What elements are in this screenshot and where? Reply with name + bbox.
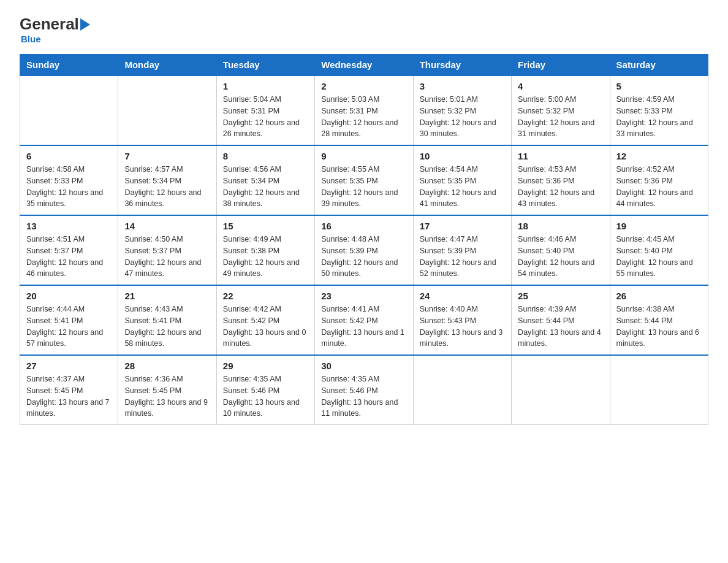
calendar-cell: 11Sunrise: 4:53 AMSunset: 5:36 PMDayligh… — [512, 145, 610, 215]
calendar-cell: 20Sunrise: 4:44 AMSunset: 5:41 PMDayligh… — [20, 285, 118, 355]
calendar-header: Sunday Monday Tuesday Wednesday Thursday… — [20, 55, 708, 76]
logo-arrow-icon — [80, 18, 90, 31]
day-info: Sunrise: 4:44 AMSunset: 5:41 PMDaylight:… — [26, 304, 112, 350]
calendar-week-row: 27Sunrise: 4:37 AMSunset: 5:45 PMDayligh… — [20, 355, 708, 425]
day-number: 24 — [420, 291, 505, 301]
calendar-week-row: 20Sunrise: 4:44 AMSunset: 5:41 PMDayligh… — [20, 285, 708, 355]
col-saturday: Saturday — [610, 55, 708, 76]
day-info: Sunrise: 4:37 AMSunset: 5:45 PMDaylight:… — [26, 373, 112, 419]
day-number: 2 — [321, 81, 406, 91]
day-info: Sunrise: 4:45 AMSunset: 5:40 PMDaylight:… — [616, 234, 702, 280]
calendar-cell: 16Sunrise: 4:48 AMSunset: 5:39 PMDayligh… — [315, 215, 413, 285]
day-info: Sunrise: 4:48 AMSunset: 5:39 PMDaylight:… — [321, 234, 406, 280]
col-monday: Monday — [118, 55, 216, 76]
calendar-cell: 10Sunrise: 4:54 AMSunset: 5:35 PMDayligh… — [413, 145, 511, 215]
logo-general-text: General — [20, 15, 79, 34]
day-number: 20 — [26, 291, 112, 301]
logo: General Blue — [20, 15, 90, 44]
day-info: Sunrise: 4:58 AMSunset: 5:33 PMDaylight:… — [26, 164, 112, 210]
calendar-cell: 3Sunrise: 5:01 AMSunset: 5:32 PMDaylight… — [413, 75, 511, 145]
day-info: Sunrise: 4:55 AMSunset: 5:35 PMDaylight:… — [321, 164, 406, 210]
day-number: 6 — [26, 151, 112, 161]
day-info: Sunrise: 4:39 AMSunset: 5:44 PMDaylight:… — [518, 304, 603, 350]
calendar-cell — [512, 355, 610, 425]
day-info: Sunrise: 4:52 AMSunset: 5:36 PMDaylight:… — [616, 164, 702, 210]
day-info: Sunrise: 4:54 AMSunset: 5:35 PMDaylight:… — [420, 164, 505, 210]
day-number: 18 — [518, 221, 603, 231]
calendar-week-row: 1Sunrise: 5:04 AMSunset: 5:31 PMDaylight… — [20, 75, 708, 145]
day-number: 26 — [616, 291, 702, 301]
day-number: 5 — [616, 81, 702, 91]
calendar-cell — [413, 355, 511, 425]
calendar-cell — [20, 75, 118, 145]
day-number: 25 — [518, 291, 603, 301]
day-info: Sunrise: 4:42 AMSunset: 5:42 PMDaylight:… — [223, 304, 308, 350]
day-info: Sunrise: 4:46 AMSunset: 5:40 PMDaylight:… — [518, 234, 603, 280]
day-number: 8 — [223, 151, 308, 161]
day-info: Sunrise: 4:56 AMSunset: 5:34 PMDaylight:… — [223, 164, 308, 210]
day-number: 28 — [124, 361, 210, 371]
calendar-week-row: 6Sunrise: 4:58 AMSunset: 5:33 PMDaylight… — [20, 145, 708, 215]
day-number: 12 — [616, 151, 702, 161]
calendar-cell — [118, 75, 216, 145]
calendar-cell: 25Sunrise: 4:39 AMSunset: 5:44 PMDayligh… — [512, 285, 610, 355]
calendar-cell: 15Sunrise: 4:49 AMSunset: 5:38 PMDayligh… — [216, 215, 314, 285]
calendar-cell: 17Sunrise: 4:47 AMSunset: 5:39 PMDayligh… — [413, 215, 511, 285]
day-number: 1 — [223, 81, 308, 91]
day-number: 14 — [124, 221, 210, 231]
calendar-cell: 2Sunrise: 5:03 AMSunset: 5:31 PMDaylight… — [315, 75, 413, 145]
day-info: Sunrise: 5:03 AMSunset: 5:31 PMDaylight:… — [321, 94, 406, 140]
calendar-cell: 26Sunrise: 4:38 AMSunset: 5:44 PMDayligh… — [610, 285, 708, 355]
calendar-cell: 8Sunrise: 4:56 AMSunset: 5:34 PMDaylight… — [216, 145, 314, 215]
col-tuesday: Tuesday — [216, 55, 314, 76]
calendar-cell: 23Sunrise: 4:41 AMSunset: 5:42 PMDayligh… — [315, 285, 413, 355]
day-info: Sunrise: 4:38 AMSunset: 5:44 PMDaylight:… — [616, 304, 702, 350]
calendar-cell: 27Sunrise: 4:37 AMSunset: 5:45 PMDayligh… — [20, 355, 118, 425]
day-info: Sunrise: 5:01 AMSunset: 5:32 PMDaylight:… — [420, 94, 505, 140]
col-sunday: Sunday — [20, 55, 118, 76]
day-info: Sunrise: 5:04 AMSunset: 5:31 PMDaylight:… — [223, 94, 308, 140]
calendar-week-row: 13Sunrise: 4:51 AMSunset: 5:37 PMDayligh… — [20, 215, 708, 285]
day-info: Sunrise: 4:50 AMSunset: 5:37 PMDaylight:… — [124, 234, 210, 280]
header-row: Sunday Monday Tuesday Wednesday Thursday… — [20, 55, 708, 76]
day-info: Sunrise: 4:41 AMSunset: 5:42 PMDaylight:… — [321, 304, 406, 350]
day-number: 4 — [518, 81, 603, 91]
calendar-cell: 4Sunrise: 5:00 AMSunset: 5:32 PMDaylight… — [512, 75, 610, 145]
day-info: Sunrise: 4:59 AMSunset: 5:33 PMDaylight:… — [616, 94, 702, 140]
calendar-cell: 6Sunrise: 4:58 AMSunset: 5:33 PMDaylight… — [20, 145, 118, 215]
logo-blue-text: Blue — [21, 34, 41, 44]
day-info: Sunrise: 4:35 AMSunset: 5:46 PMDaylight:… — [223, 373, 308, 419]
day-info: Sunrise: 4:49 AMSunset: 5:38 PMDaylight:… — [223, 234, 308, 280]
calendar-table: Sunday Monday Tuesday Wednesday Thursday… — [20, 54, 708, 425]
day-number: 23 — [321, 291, 406, 301]
calendar-cell: 30Sunrise: 4:35 AMSunset: 5:46 PMDayligh… — [315, 355, 413, 425]
calendar-body: 1Sunrise: 5:04 AMSunset: 5:31 PMDaylight… — [20, 75, 708, 425]
day-number: 27 — [26, 361, 112, 371]
day-info: Sunrise: 4:36 AMSunset: 5:45 PMDaylight:… — [124, 373, 210, 419]
day-number: 30 — [321, 361, 406, 371]
calendar-cell: 19Sunrise: 4:45 AMSunset: 5:40 PMDayligh… — [610, 215, 708, 285]
col-wednesday: Wednesday — [315, 55, 413, 76]
calendar-cell: 24Sunrise: 4:40 AMSunset: 5:43 PMDayligh… — [413, 285, 511, 355]
calendar-cell: 13Sunrise: 4:51 AMSunset: 5:37 PMDayligh… — [20, 215, 118, 285]
calendar-cell: 18Sunrise: 4:46 AMSunset: 5:40 PMDayligh… — [512, 215, 610, 285]
calendar-cell: 28Sunrise: 4:36 AMSunset: 5:45 PMDayligh… — [118, 355, 216, 425]
calendar-cell — [610, 355, 708, 425]
day-number: 3 — [420, 81, 505, 91]
calendar-cell: 9Sunrise: 4:55 AMSunset: 5:35 PMDaylight… — [315, 145, 413, 215]
calendar-cell: 7Sunrise: 4:57 AMSunset: 5:34 PMDaylight… — [118, 145, 216, 215]
col-friday: Friday — [512, 55, 610, 76]
calendar-cell: 22Sunrise: 4:42 AMSunset: 5:42 PMDayligh… — [216, 285, 314, 355]
calendar-cell: 29Sunrise: 4:35 AMSunset: 5:46 PMDayligh… — [216, 355, 314, 425]
day-number: 22 — [223, 291, 308, 301]
day-number: 16 — [321, 221, 406, 231]
day-number: 29 — [223, 361, 308, 371]
col-thursday: Thursday — [413, 55, 511, 76]
day-number: 7 — [124, 151, 210, 161]
calendar-cell: 14Sunrise: 4:50 AMSunset: 5:37 PMDayligh… — [118, 215, 216, 285]
day-number: 15 — [223, 221, 308, 231]
calendar-cell: 21Sunrise: 4:43 AMSunset: 5:41 PMDayligh… — [118, 285, 216, 355]
header: General Blue — [20, 15, 708, 44]
day-info: Sunrise: 4:35 AMSunset: 5:46 PMDaylight:… — [321, 373, 406, 419]
day-number: 11 — [518, 151, 603, 161]
